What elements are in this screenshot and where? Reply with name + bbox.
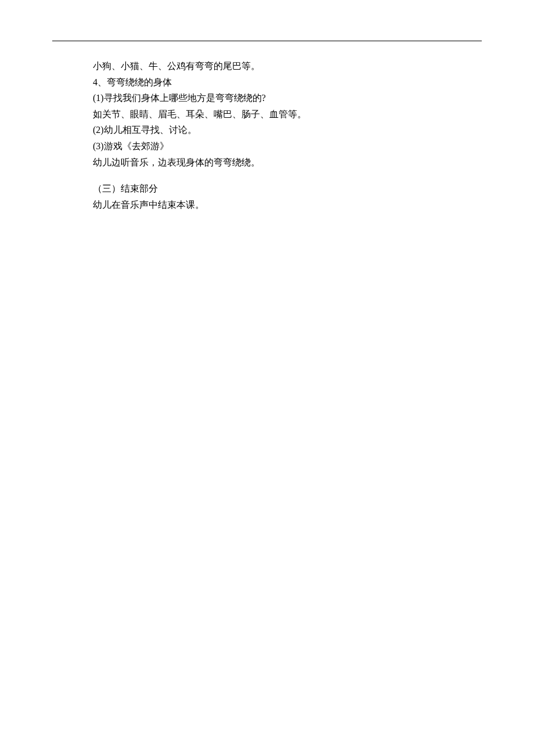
text-line: 小狗、小猫、牛、公鸡有弯弯的尾巴等。 [93, 59, 482, 74]
text-line: （三）结束部分 [93, 181, 482, 196]
text-line: 幼儿边听音乐，边表现身体的弯弯绕绕。 [93, 155, 482, 170]
text-line: 幼儿在音乐声中结束本课。 [93, 197, 482, 213]
text-line: (1)寻找我们身体上哪些地方是弯弯绕绕的? [93, 91, 482, 106]
document-page: 小狗、小猫、牛、公鸡有弯弯的尾巴等。 4、弯弯绕绕的身体 (1)寻找我们身体上哪… [0, 0, 534, 212]
text-line: 4、弯弯绕绕的身体 [93, 75, 482, 90]
text-line: 如关节、眼睛、眉毛、耳朵、嘴巴、肠子、血管等。 [93, 107, 482, 122]
text-line: (3)游戏《去郊游》 [93, 139, 482, 154]
text-line: (2)幼儿相互寻找、讨论。 [93, 123, 482, 138]
document-content: 小狗、小猫、牛、公鸡有弯弯的尾巴等。 4、弯弯绕绕的身体 (1)寻找我们身体上哪… [52, 59, 482, 212]
horizontal-rule [52, 41, 482, 41]
